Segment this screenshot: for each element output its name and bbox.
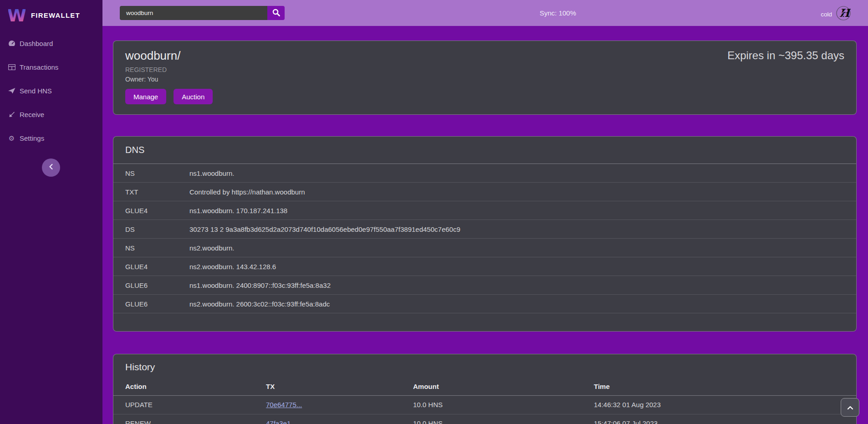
history-col-tx: TX [266, 378, 413, 395]
dns-record-value: ns2.woodburn. [189, 239, 856, 257]
sidebar-item-send-hns[interactable]: Send HNS [0, 85, 102, 96]
wallet-selector[interactable]: cold H [821, 6, 851, 22]
history-card: History Action TX Amount Time UPDATE 70e… [113, 354, 857, 424]
dns-record-value: ns1.woodburn. 2400:8907::f03c:93ff:fe5a:… [189, 276, 856, 295]
history-header-row: Action TX Amount Time [113, 378, 856, 395]
sidebar-item-label: Dashboard [20, 40, 53, 47]
dns-record-type: GLUE6 [113, 295, 189, 313]
history-time: 14:46:32 01 Aug 2023 [594, 395, 856, 414]
dns-record-value: 30273 13 2 9a3a8fb3d625d2a2073d740f10da6… [189, 220, 856, 239]
hns-logo-icon: H [836, 6, 851, 22]
dns-record-row: DS 30273 13 2 9a3a8fb3d625d2a2073d740f10… [113, 220, 856, 239]
settings-gear-icon: ⚙ [8, 135, 15, 142]
svg-text:W: W [8, 5, 26, 24]
dns-record-row: NS ns1.woodburn. [113, 164, 856, 183]
dns-card-title: DNS [113, 145, 856, 155]
scroll-to-top-button[interactable] [841, 398, 859, 417]
receive-arrow-icon [8, 112, 15, 117]
dns-record-type: NS [113, 239, 189, 257]
topbar: Sync: 100% cold H [102, 0, 868, 26]
dns-record-type: GLUE4 [113, 201, 189, 220]
dns-record-type: GLUE4 [113, 257, 189, 276]
dashboard-gauge-icon [8, 40, 15, 46]
dns-record-value: ns1.woodburn. [189, 164, 856, 183]
main-content: woodburn/ REGISTERED Owner: You Manage A… [102, 26, 868, 424]
history-action: UPDATE [113, 395, 266, 414]
dns-record-value: Controlled by https://nathan.woodburn [189, 183, 856, 201]
dns-record-type: TXT [113, 183, 189, 201]
dns-record-row: GLUE6 ns1.woodburn. 2400:8907::f03c:93ff… [113, 276, 856, 295]
domain-owner-label: Owner: You [125, 76, 844, 83]
dns-record-value: ns2.woodburn. 2600:3c02::f03c:93ff:fe5a:… [189, 295, 856, 313]
dns-record-type: GLUE6 [113, 276, 189, 295]
sidebar-collapse-button[interactable] [42, 158, 60, 177]
dns-record-type: NS [113, 164, 189, 183]
sidebar-item-label: Transactions [20, 63, 58, 71]
history-card-title: History [113, 362, 856, 373]
history-amount: 10.0 HNS [413, 414, 594, 424]
dns-record-row: NS ns2.woodburn. [113, 239, 856, 257]
dns-card: DNS NS ns1.woodburn. TXT Controlled by h… [113, 136, 857, 332]
history-col-time: Time [594, 378, 856, 395]
history-action: RENEW [113, 414, 266, 424]
sidebar-item-receive[interactable]: Receive [0, 109, 102, 120]
history-row: UPDATE 70e64775... 10.0 HNS 14:46:32 01 … [113, 395, 856, 414]
dns-record-type: DS [113, 220, 189, 239]
sidebar-item-dashboard[interactable]: Dashboard [0, 38, 102, 49]
tx-link[interactable]: 47fa3e1... [266, 419, 296, 424]
chevron-left-icon [48, 163, 54, 172]
sync-status: Sync: 100% [540, 9, 576, 17]
wallet-name-label: cold [821, 11, 832, 18]
dns-record-row: GLUE4 ns1.woodburn. 170.187.241.138 [113, 201, 856, 220]
history-row: RENEW 47fa3e1... 10.0 HNS 15:47:06 07 Ju… [113, 414, 856, 424]
auction-button[interactable]: Auction [174, 89, 213, 104]
sidebar-nav: Dashboard Transactions Send HNS Receive … [0, 38, 102, 143]
dns-records-table: NS ns1.woodburn. TXT Controlled by https… [113, 163, 856, 313]
domain-status-label: REGISTERED [125, 66, 844, 73]
sidebar-item-label: Receive [20, 111, 44, 118]
send-plane-icon [8, 88, 15, 94]
sidebar-item-label: Settings [20, 134, 44, 142]
domain-card: woodburn/ REGISTERED Owner: You Manage A… [113, 41, 857, 115]
sidebar-item-transactions[interactable]: Transactions [0, 61, 102, 72]
manage-button[interactable]: Manage [125, 89, 166, 104]
transactions-table-icon [8, 64, 15, 70]
dns-record-value: ns2.woodburn. 143.42.128.6 [189, 257, 856, 276]
history-amount: 10.0 HNS [413, 395, 594, 414]
dns-record-row: GLUE6 ns2.woodburn. 2600:3c02::f03c:93ff… [113, 295, 856, 313]
svg-text:H: H [839, 6, 851, 20]
app-logo-row: W FIREWALLET [0, 0, 102, 26]
sidebar-item-label: Send HNS [20, 87, 52, 95]
tx-link[interactable]: 70e64775... [266, 401, 302, 409]
search-bar [120, 6, 285, 20]
history-time: 15:47:06 07 Jul 2023 [594, 414, 856, 424]
search-button[interactable] [267, 6, 285, 20]
firewallet-logo-icon: W [8, 5, 26, 26]
expiry-label: Expires in ~395.35 days [727, 49, 844, 62]
history-col-action: Action [113, 378, 266, 395]
dns-record-row: GLUE4 ns2.woodburn. 143.42.128.6 [113, 257, 856, 276]
history-col-amount: Amount [413, 378, 594, 395]
sidebar: W FIREWALLET Dashboard Transactions Send… [0, 0, 102, 424]
dns-record-value: ns1.woodburn. 170.187.241.138 [189, 201, 856, 220]
history-table: Action TX Amount Time UPDATE 70e64775...… [113, 378, 856, 424]
search-icon [272, 9, 280, 18]
chevron-up-icon [847, 404, 853, 412]
sidebar-item-settings[interactable]: ⚙ Settings [0, 133, 102, 143]
brand-name: FIREWALLET [31, 11, 80, 19]
search-input[interactable] [120, 6, 267, 20]
dns-record-row: TXT Controlled by https://nathan.woodbur… [113, 183, 856, 201]
